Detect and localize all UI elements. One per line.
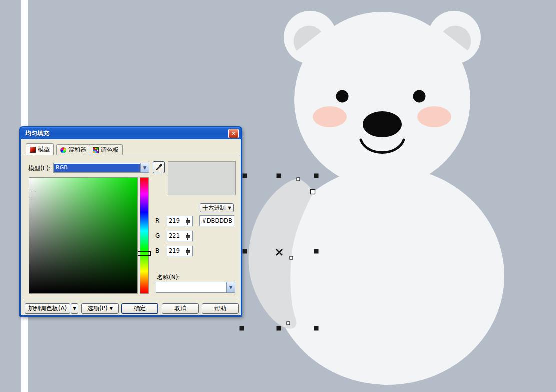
bear-head[interactable] bbox=[294, 12, 470, 188]
curve-node[interactable] bbox=[297, 178, 300, 181]
tab-models[interactable]: 模型 bbox=[26, 144, 54, 156]
channel-b-label: B bbox=[155, 248, 159, 254]
selection-handle-bottom-right[interactable] bbox=[314, 326, 319, 331]
bear-nose[interactable] bbox=[363, 112, 402, 138]
name-combobox[interactable]: ▼ bbox=[156, 282, 235, 293]
models-tab-page: 模型(E): RGB ▼ 十六进制 ▼ bbox=[24, 155, 240, 300]
selection-handle-top-right[interactable] bbox=[314, 174, 319, 178]
hex-value-input[interactable] bbox=[202, 218, 232, 224]
dropdown-arrow-icon: ▼ bbox=[228, 206, 231, 210]
channel-b-input[interactable] bbox=[169, 248, 184, 254]
bear-cheek-right[interactable] bbox=[417, 106, 451, 128]
ok-label: 确定 bbox=[134, 304, 146, 313]
name-value bbox=[157, 283, 226, 292]
chevron-down-icon[interactable]: ▼ bbox=[140, 164, 149, 172]
tab-label: 模型 bbox=[38, 146, 50, 154]
bear-eye-right[interactable] bbox=[413, 90, 426, 103]
selection-handle-bottom-left[interactable] bbox=[240, 326, 244, 331]
models-tab-icon bbox=[30, 147, 36, 153]
mixers-tab-icon bbox=[60, 148, 66, 154]
chevron-down-icon[interactable]: ▼ bbox=[226, 282, 235, 292]
model-selected-value: RGB bbox=[54, 164, 140, 172]
channel-g-field[interactable] bbox=[167, 231, 193, 242]
selection-handle-mid-left[interactable] bbox=[243, 250, 247, 254]
channel-b-field[interactable] bbox=[167, 246, 193, 256]
channel-r-label: R bbox=[155, 218, 159, 224]
hex-value-field[interactable] bbox=[199, 216, 234, 226]
application-canvas: 均匀填充 ✕ 模型 混和器 调色板 模型(E): bbox=[0, 0, 556, 392]
curve-node-start[interactable] bbox=[311, 190, 315, 194]
curve-node[interactable] bbox=[287, 322, 290, 325]
channel-g-input[interactable] bbox=[169, 232, 184, 240]
hexadecimal-button[interactable]: 十六进制 ▼ bbox=[200, 204, 234, 212]
bear-cheek-left[interactable] bbox=[313, 106, 347, 128]
cancel-button[interactable]: 取消 bbox=[162, 304, 199, 314]
options-label: 选项(P) bbox=[87, 304, 108, 313]
bear-eye-left[interactable] bbox=[336, 90, 349, 103]
spinner-icon[interactable] bbox=[185, 233, 190, 240]
add-to-palette-label: 加到调色板(A) bbox=[28, 304, 67, 313]
tab-label: 调色板 bbox=[101, 146, 119, 154]
color-preview-swatch bbox=[168, 162, 236, 196]
eyedropper-button[interactable] bbox=[153, 162, 165, 174]
tab-mixers[interactable]: 混和器 bbox=[56, 144, 90, 156]
close-icon: ✕ bbox=[231, 130, 236, 137]
channel-g-label: G bbox=[155, 232, 160, 240]
color-field-marker[interactable] bbox=[31, 191, 36, 196]
dialog-button-row: 加到调色板(A) ▼ 选项(P) ▼ 确定 取消 帮助 bbox=[21, 304, 244, 314]
palettes-tab-icon bbox=[93, 148, 99, 154]
channel-r-field[interactable] bbox=[167, 216, 193, 226]
hue-bar[interactable] bbox=[140, 178, 149, 294]
hexadecimal-button-label: 十六进制 bbox=[202, 204, 225, 212]
options-button[interactable]: 选项(P) ▼ bbox=[81, 304, 119, 314]
selection-handle-mid-right[interactable] bbox=[314, 250, 319, 254]
eyedropper-icon bbox=[155, 164, 163, 172]
uniform-fill-dialog: 均匀填充 ✕ 模型 混和器 调色板 模型(E): bbox=[19, 126, 242, 317]
tab-label: 混和器 bbox=[68, 146, 86, 154]
model-label: 模型(E): bbox=[28, 164, 51, 173]
channel-r-input[interactable] bbox=[169, 218, 184, 224]
model-combobox[interactable]: RGB ▼ bbox=[53, 163, 149, 173]
ok-button[interactable]: 确定 bbox=[121, 304, 158, 314]
name-label: 名称(N): bbox=[157, 274, 180, 282]
add-to-palette-button[interactable]: 加到调色板(A) bbox=[25, 304, 70, 314]
selection-handle-top-left[interactable] bbox=[243, 174, 247, 178]
selection-handle-top-center[interactable] bbox=[277, 174, 281, 178]
dropdown-arrow-icon: ▼ bbox=[73, 306, 76, 311]
curve-node[interactable] bbox=[290, 256, 293, 260]
cancel-label: 取消 bbox=[174, 304, 186, 313]
tab-palettes[interactable]: 调色板 bbox=[89, 144, 123, 156]
spinner-icon[interactable] bbox=[185, 218, 190, 225]
help-button[interactable]: 帮助 bbox=[202, 304, 239, 314]
spinner-icon[interactable] bbox=[185, 248, 190, 255]
dialog-titlebar[interactable]: 均匀填充 ✕ bbox=[20, 128, 241, 140]
selection-handle-bottom-center[interactable] bbox=[277, 326, 281, 331]
help-label: 帮助 bbox=[214, 304, 226, 313]
dialog-title: 均匀填充 bbox=[20, 130, 49, 138]
close-button[interactable]: ✕ bbox=[228, 129, 239, 138]
hue-slider[interactable] bbox=[138, 252, 151, 256]
color-field[interactable] bbox=[29, 178, 138, 294]
dropdown-arrow-icon: ▼ bbox=[110, 306, 113, 311]
add-to-palette-dropdown-button[interactable]: ▼ bbox=[71, 304, 78, 314]
